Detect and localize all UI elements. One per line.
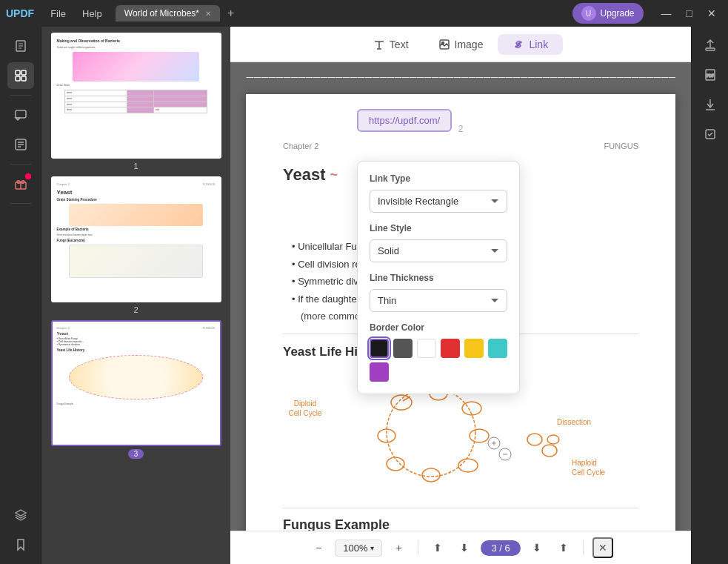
sidebar-icon-pages[interactable] — [7, 33, 34, 59]
line-style-label: Line Style — [370, 223, 507, 233]
pdf-viewport[interactable]: 2 Chapter 2 FUNGUS https://updf.com/ Yea… — [230, 62, 691, 531]
svg-point-26 — [422, 468, 440, 482]
avatar: U — [581, 6, 596, 21]
sidebar-icon-bookmark[interactable] — [7, 531, 34, 558]
close-icon[interactable]: ✕ — [701, 6, 722, 21]
thumbnail-item-2[interactable]: Chapter 2FUNGUS Yeast Grain Staining Pro… — [47, 176, 224, 314]
right-toolbar: PDF — [691, 27, 728, 564]
svg-rect-4 — [16, 70, 20, 75]
right-tool-pdf[interactable]: PDF — [698, 62, 723, 87]
tab-label: World of Microbes* — [124, 8, 199, 19]
scroll-down-button[interactable]: ⬇ — [454, 537, 475, 558]
page-header: Chapter 2 FUNGUS — [283, 142, 638, 150]
color-swatch-dark-gray[interactable] — [393, 339, 413, 358]
url-bar: https://updf.com/ — [357, 109, 452, 132]
zoom-display[interactable]: 100% ▾ — [335, 540, 382, 557]
titlebar: UPDF File Help World of Microbes* ✕ + U … — [0, 0, 728, 27]
right-tool-upload[interactable] — [698, 33, 723, 58]
svg-text:Dissection: Dissection — [557, 418, 591, 426]
tab-world-of-microbes[interactable]: World of Microbes* ✕ — [116, 5, 220, 21]
svg-text:Diploid: Diploid — [294, 399, 317, 408]
page-display: 3 / 6 — [481, 540, 520, 556]
svg-rect-6 — [16, 76, 20, 81]
svg-rect-8 — [16, 110, 26, 118]
line-style-select[interactable]: Solid Dashed — [370, 239, 507, 262]
thumbnail-preview-3: Chapter 2FUNGUS Yeast • Unicellular Fung… — [51, 320, 221, 446]
link-tool-icon — [512, 39, 524, 50]
sidebar-separator-3 — [10, 203, 31, 204]
color-swatch-yellow[interactable] — [464, 339, 484, 358]
upgrade-button[interactable]: U Upgrade — [572, 3, 644, 24]
line-thickness-label: Line Thickness — [370, 273, 507, 283]
thumbnail-label-1: 1 — [133, 162, 138, 170]
link-tool-button[interactable]: Link — [498, 34, 563, 55]
maximize-icon[interactable]: □ — [681, 6, 698, 21]
sidebar-separator-1 — [10, 95, 31, 96]
svg-point-20 — [387, 388, 475, 477]
thumbnail-preview-1: Making and Observation of Bacteria Yeast… — [51, 33, 221, 159]
link-type-select[interactable]: Invisible Rectangle Web Link Page Link — [370, 190, 507, 213]
page-container: 2 Chapter 2 FUNGUS https://updf.com/ Yea… — [246, 77, 675, 516]
gift-badge — [25, 173, 31, 179]
minimize-icon[interactable]: — — [655, 6, 678, 21]
top-toolbar: Text Image Link — [230, 27, 691, 62]
thumbnail-badge-3: 3 — [128, 449, 144, 459]
pdf-page: 2 Chapter 2 FUNGUS https://updf.com/ Yea… — [246, 94, 675, 531]
link-type-label: Link Type — [370, 173, 507, 184]
menu-help[interactable]: Help — [75, 5, 110, 22]
sidebar-icon-comment[interactable] — [7, 102, 34, 128]
zoom-out-button[interactable]: − — [308, 537, 329, 558]
sidebar-icon-gift[interactable] — [7, 170, 34, 197]
line-thickness-section: Line Thickness Thin Medium Thick — [370, 273, 507, 312]
squiggle-decoration: ~ — [330, 167, 338, 183]
svg-rect-5 — [21, 70, 26, 75]
menu-file[interactable]: File — [43, 5, 73, 22]
border-color-section: Border Color — [370, 322, 507, 382]
svg-point-24 — [470, 429, 489, 442]
window-controls-area: U Upgrade — [572, 3, 644, 24]
thumbnail-item-3[interactable]: Chapter 2FUNGUS Yeast • Unicellular Fung… — [47, 320, 224, 459]
text-tool-button[interactable]: Text — [358, 34, 424, 55]
color-swatch-black[interactable] — [370, 339, 389, 358]
zoom-dropdown-icon: ▾ — [370, 544, 374, 552]
svg-text:Haploid: Haploid — [572, 459, 597, 467]
line-style-section: Line Style Solid Dashed — [370, 223, 507, 262]
color-swatch-purple[interactable] — [370, 362, 389, 382]
zoom-in-button[interactable]: + — [388, 537, 409, 558]
window-minimize-maximize-close: — □ ✕ — [655, 6, 722, 21]
thumbnail-item-1[interactable]: Making and Observation of Bacteria Yeast… — [47, 33, 224, 170]
right-tool-download[interactable] — [698, 92, 723, 117]
next-page-button[interactable]: ⬆ — [553, 537, 574, 558]
tab-close-icon[interactable]: ✕ — [205, 10, 211, 18]
thumbnail-preview-2: Chapter 2FUNGUS Yeast Grain Staining Pro… — [51, 176, 221, 302]
image-tool-button[interactable]: Image — [424, 34, 498, 55]
scroll-up-button[interactable]: ⬆ — [427, 537, 448, 558]
page-number-display: 2 — [283, 124, 638, 134]
toolbar-separator-1 — [418, 540, 418, 555]
border-color-label: Border Color — [370, 322, 507, 333]
link-popup: Link Type Invisible Rectangle Web Link P… — [357, 161, 520, 394]
content-area: Text Image Link 2 — [230, 27, 691, 564]
color-swatches — [370, 339, 507, 382]
color-swatch-white[interactable] — [417, 339, 436, 358]
tab-bar: World of Microbes* ✕ + — [116, 5, 567, 21]
svg-text:Cell Cycle: Cell Cycle — [288, 409, 321, 417]
menu-bar: File Help — [43, 5, 110, 22]
sidebar-icon-layers[interactable] — [7, 502, 34, 528]
line-thickness-select[interactable]: Thin Medium Thick — [370, 289, 507, 312]
sidebar-icon-thumbnails[interactable] — [7, 62, 34, 89]
close-toolbar-button[interactable]: ✕ — [592, 537, 613, 558]
app-logo: UPDF — [6, 7, 34, 19]
color-swatch-teal[interactable] — [488, 339, 507, 358]
sidebar-icon-form[interactable] — [7, 131, 34, 158]
new-tab-icon[interactable]: + — [223, 7, 238, 20]
section-divider-2 — [283, 508, 638, 508]
prev-page-button[interactable]: ⬇ — [527, 537, 547, 558]
right-tool-check[interactable] — [698, 122, 723, 147]
color-swatch-red[interactable] — [441, 339, 460, 358]
svg-rect-40 — [706, 48, 715, 50]
toolbar-separator-2 — [583, 540, 584, 555]
left-sidebar — [0, 27, 41, 564]
svg-point-33 — [542, 445, 557, 457]
fungus-heading: Fungus Example — [283, 517, 638, 531]
